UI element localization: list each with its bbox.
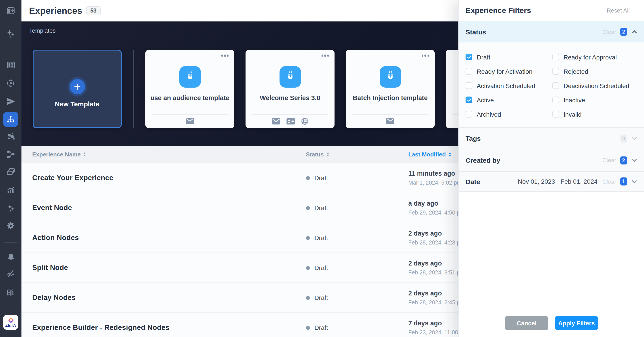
card-divider bbox=[252, 114, 328, 115]
checkbox-ready-for-activation[interactable]: Ready for Activation bbox=[466, 68, 552, 75]
status-dot bbox=[306, 176, 310, 180]
template-card[interactable]: use an audience template bbox=[145, 50, 234, 128]
status-clear-button[interactable]: Clear bbox=[602, 28, 616, 35]
status-count-badge: 2 bbox=[620, 28, 627, 36]
section-label: Created by bbox=[466, 156, 500, 164]
checkbox-archived[interactable]: Archived bbox=[466, 111, 552, 118]
filter-section-created-by[interactable]: Created by Clear 2 bbox=[459, 149, 644, 171]
collapse-sidebar-icon[interactable] bbox=[5, 5, 16, 16]
date-clear-button[interactable]: Clear bbox=[602, 178, 616, 185]
template-card-title: Welcome Series 3.0 bbox=[260, 94, 320, 101]
chevron-down-icon[interactable] bbox=[631, 135, 637, 141]
status-label: Draft bbox=[314, 324, 328, 331]
chevron-down-icon[interactable] bbox=[631, 157, 637, 163]
cards-divider bbox=[133, 50, 134, 128]
zeta-logo-text: ZETA bbox=[5, 323, 16, 328]
section-label: Date bbox=[466, 178, 480, 185]
checkbox-icon bbox=[552, 68, 559, 75]
checkbox-label: Active bbox=[477, 96, 494, 103]
status-cell: Draft bbox=[306, 264, 328, 271]
audiences-icon[interactable] bbox=[5, 131, 16, 142]
checkbox-ready-for-approval[interactable]: Ready for Approval bbox=[552, 54, 629, 60]
apply-filters-button[interactable]: Apply Filters bbox=[555, 316, 598, 330]
card-menu-icon[interactable] bbox=[422, 54, 429, 57]
checkbox-icon bbox=[552, 111, 559, 118]
checkbox-deactivation-scheduled[interactable]: Deactivation Scheduled bbox=[552, 82, 629, 89]
card-menu-icon[interactable] bbox=[221, 54, 228, 57]
filter-section-date[interactable]: Date Nov 01, 2023 - Feb 01, 2024 Clear 1 bbox=[459, 171, 644, 192]
filters-panel-footer: Cancel Apply Filters bbox=[459, 311, 644, 337]
dashboard-icon[interactable] bbox=[5, 59, 16, 70]
experience-name[interactable]: Action Nodes bbox=[32, 234, 79, 242]
card-menu-icon[interactable] bbox=[321, 54, 329, 57]
template-card[interactable]: Welcome Series 3.0 bbox=[246, 50, 334, 128]
checkbox-label: Ready for Activation bbox=[477, 68, 532, 75]
column-header-last-modified[interactable]: Last Modified bbox=[408, 146, 451, 163]
signal-icon[interactable] bbox=[5, 268, 16, 279]
status-dot bbox=[306, 206, 310, 210]
column-label: Last Modified bbox=[408, 151, 446, 158]
template-card[interactable]: Batch Injection template bbox=[346, 50, 435, 128]
status-dot bbox=[306, 266, 310, 270]
ai-sparkles-icon[interactable] bbox=[5, 28, 16, 39]
merge-flow-icon[interactable] bbox=[5, 149, 16, 160]
checkbox-invalid[interactable]: Invalid bbox=[552, 111, 629, 118]
copies-layers-icon[interactable] bbox=[5, 166, 16, 177]
created-by-clear-button[interactable]: Clear bbox=[602, 157, 616, 164]
filter-section-tags[interactable]: Tags 0 bbox=[459, 127, 644, 149]
checkbox-draft[interactable]: Draft bbox=[466, 54, 552, 60]
knowledge-book-icon[interactable]: A bbox=[5, 287, 16, 298]
chevron-up-icon[interactable] bbox=[631, 29, 637, 35]
status-label: Draft bbox=[314, 204, 328, 211]
ai-assist-icon[interactable] bbox=[5, 202, 16, 213]
column-header-status[interactable]: Status bbox=[306, 146, 329, 163]
sort-icon bbox=[326, 152, 329, 156]
filters-panel-title: Experience Filters bbox=[466, 6, 531, 15]
column-header-experience-name[interactable]: Experience Name bbox=[32, 146, 86, 163]
checkbox-label: Invalid bbox=[564, 111, 582, 118]
zeta-logo[interactable]: ZETA bbox=[3, 315, 18, 330]
web-globe-icon bbox=[301, 118, 308, 125]
status-dot bbox=[306, 236, 310, 240]
sidebar-item-experiences-active[interactable] bbox=[3, 112, 18, 127]
experiences-count-badge: 53 bbox=[86, 6, 100, 15]
status-options-grid: Draft Ready for Approval Ready for Activ… bbox=[466, 54, 629, 118]
experience-name[interactable]: Experience Builder - Redesigned Nodes bbox=[32, 324, 170, 332]
section-label: Status bbox=[466, 28, 486, 35]
app-root: A ZETA Experiences 53 bbox=[0, 0, 644, 337]
tags-count-badge: 0 bbox=[620, 134, 627, 142]
status-cell: Draft bbox=[306, 324, 328, 331]
email-icon bbox=[386, 118, 394, 124]
status-label: Draft bbox=[314, 264, 328, 271]
experience-filters-panel: Experience Filters Reset All Status Clea… bbox=[458, 0, 644, 337]
send-icon[interactable] bbox=[5, 96, 16, 107]
sidebar-divider bbox=[4, 48, 17, 48]
experience-name[interactable]: Create Your Experience bbox=[32, 174, 113, 182]
checkbox-icon bbox=[466, 96, 472, 103]
new-template-card[interactable]: New Template bbox=[33, 50, 122, 128]
chevron-down-icon[interactable] bbox=[631, 178, 637, 185]
audience-magnet-icon bbox=[279, 66, 301, 88]
experience-name[interactable]: Delay Nodes bbox=[32, 294, 76, 302]
svg-text:A: A bbox=[8, 291, 10, 294]
checkbox-activation-scheduled[interactable]: Activation Scheduled bbox=[466, 82, 552, 89]
checkbox-label: Activation Scheduled bbox=[477, 82, 535, 89]
experience-name[interactable]: Split Node bbox=[32, 264, 68, 272]
plus-icon bbox=[70, 79, 85, 94]
checkbox-inactive[interactable]: Inactive bbox=[552, 96, 629, 103]
notifications-bell-icon[interactable] bbox=[5, 252, 16, 262]
column-label: Experience Name bbox=[32, 151, 81, 158]
cancel-button[interactable]: Cancel bbox=[505, 316, 548, 330]
reset-all-button[interactable]: Reset All bbox=[607, 7, 630, 14]
status-cell: Draft bbox=[306, 174, 328, 181]
checkbox-label: Draft bbox=[477, 53, 490, 60]
analytics-trend-icon[interactable] bbox=[5, 185, 16, 195]
checkbox-active[interactable]: Active bbox=[466, 96, 552, 103]
checkbox-rejected[interactable]: Rejected bbox=[552, 68, 629, 75]
settings-gear-icon[interactable] bbox=[5, 220, 16, 231]
filter-section-status[interactable]: Status Clear 2 bbox=[459, 21, 644, 42]
experience-name[interactable]: Event Node bbox=[32, 204, 72, 212]
sidebar-divider bbox=[4, 242, 17, 243]
target-icon[interactable] bbox=[5, 78, 16, 88]
filters-panel-header: Experience Filters Reset All bbox=[459, 0, 644, 21]
